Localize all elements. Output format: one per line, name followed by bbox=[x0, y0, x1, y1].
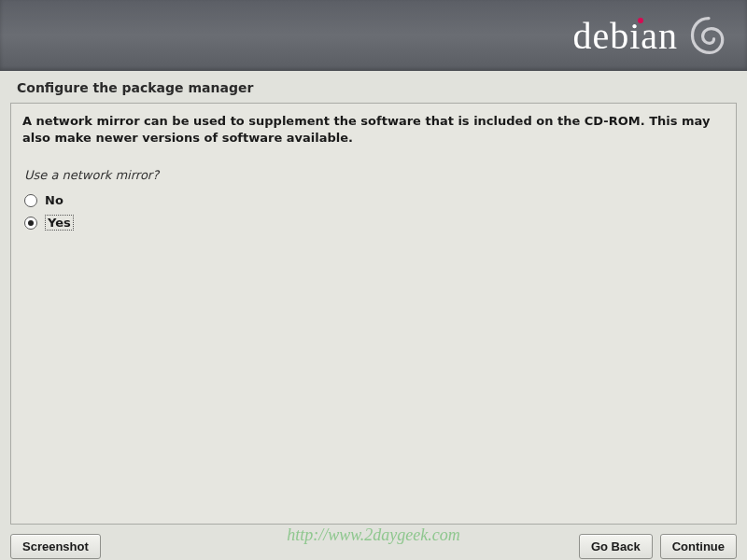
panel-prompt: Use a network mirror? bbox=[22, 168, 725, 182]
screenshot-button[interactable]: Screenshot bbox=[10, 534, 101, 559]
radio-label: Yes bbox=[45, 215, 74, 231]
header: debian bbox=[0, 0, 747, 71]
go-back-button[interactable]: Go Back bbox=[579, 534, 653, 559]
continue-button[interactable]: Continue bbox=[660, 534, 737, 559]
radio-icon bbox=[24, 194, 37, 207]
page-title: Configure the package manager bbox=[0, 71, 747, 103]
bottom-bar: Screenshot Go Back Continue bbox=[0, 525, 747, 560]
radio-icon bbox=[24, 217, 37, 230]
radio-option-no[interactable]: No bbox=[22, 193, 725, 207]
radio-label: No bbox=[45, 193, 63, 207]
radio-option-yes[interactable]: Yes bbox=[22, 215, 725, 231]
debian-swirl-icon bbox=[687, 14, 730, 57]
debian-logo-text: debian bbox=[572, 14, 678, 58]
panel-description: A network mirror can be used to suppleme… bbox=[22, 113, 725, 146]
main-panel: A network mirror can be used to suppleme… bbox=[10, 103, 737, 525]
